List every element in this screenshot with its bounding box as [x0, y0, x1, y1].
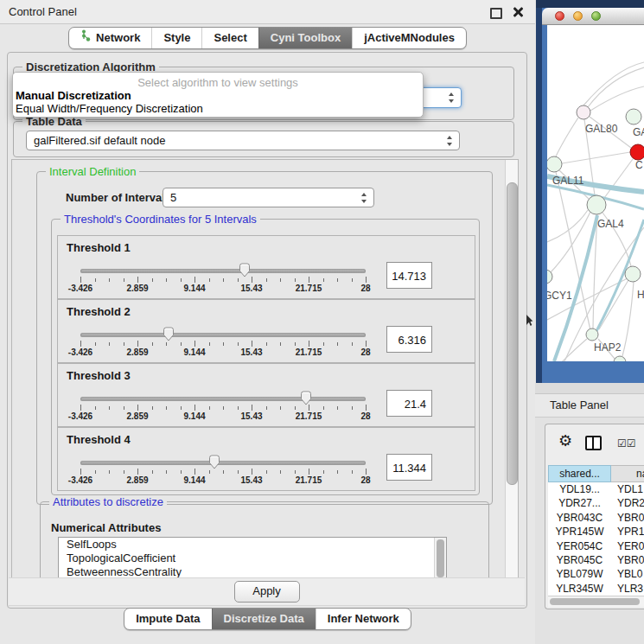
threshold-value-field[interactable]: 14.713 — [386, 262, 432, 289]
slider-tick — [152, 470, 153, 474]
threshold-panel: Threshold 3-3.4262.8599.14415.4321.71528… — [57, 363, 475, 427]
slider-track[interactable] — [80, 333, 366, 337]
dropdown-option-manual-discretization[interactable]: Manual Discretization — [16, 89, 131, 102]
slider-tick — [295, 406, 296, 410]
network-node[interactable] — [586, 328, 598, 341]
slider-track[interactable] — [80, 397, 366, 401]
slider-tick — [80, 277, 81, 283]
tab-style[interactable]: Style — [151, 28, 201, 48]
tab-jactivemnodules[interactable]: jActiveMNodules — [352, 28, 466, 48]
intervals-count-select[interactable]: 5 — [163, 188, 374, 207]
slider-tick-label: 28 — [360, 411, 370, 421]
tab-impute-data[interactable]: Impute Data — [124, 609, 211, 629]
tab-label: jActiveMNodules — [364, 28, 455, 48]
select-columns-icon[interactable]: ☑☑ — [617, 437, 636, 450]
slider-tick — [223, 406, 224, 410]
control-panel-window: Control Panel NetworkStyleSelectCyni Too… — [0, 0, 536, 644]
algorithm-dropdown-popup: Select algorithm to view settings Manual… — [12, 72, 424, 118]
slider-thumb[interactable] — [208, 455, 220, 469]
zoom-traffic-light-icon[interactable] — [591, 11, 601, 21]
scrollbar-thumb[interactable] — [507, 182, 518, 485]
horizontal-scrollbar-track[interactable] — [548, 596, 644, 607]
slider-thumb[interactable] — [163, 327, 175, 341]
slider-tick — [352, 278, 353, 282]
network-node[interactable] — [577, 105, 590, 119]
network-node[interactable] — [625, 266, 641, 282]
table-row[interactable]: YER054CYER0 — [548, 539, 644, 553]
tab-infer-network[interactable]: Infer Network — [316, 609, 411, 629]
slider-tick-label: 9.144 — [183, 475, 205, 485]
table-row[interactable]: YDL19...YDL1 — [548, 482, 644, 496]
slider-tick — [366, 469, 367, 475]
column-header-shared-name[interactable]: shared... — [548, 465, 611, 482]
threshold-value-field[interactable]: 21.4 — [386, 390, 432, 417]
list-scrollbar-track[interactable] — [434, 538, 446, 579]
slider-thumb[interactable] — [239, 263, 251, 277]
table-row[interactable]: YLR345WYLR3 — [548, 582, 644, 596]
network-canvas[interactable]: GAL80GACGAL11GAL4HGCY1HAP2 — [547, 24, 644, 361]
tab-label: Cyni Toolbox — [271, 28, 341, 48]
slider-tick-label: 21.715 — [296, 284, 322, 293]
table-row[interactable]: YDR27...YDR2 — [548, 496, 644, 510]
cell-name: YDL1 — [611, 482, 644, 496]
network-edge — [622, 282, 634, 356]
slider-tick — [194, 405, 195, 411]
minimize-traffic-light-icon[interactable] — [573, 11, 583, 21]
network-node[interactable] — [547, 156, 562, 172]
apply-button[interactable]: Apply — [234, 581, 300, 603]
tab-cyni-toolbox[interactable]: Cyni Toolbox — [258, 28, 352, 48]
attribute-list-item[interactable]: SelfLoops — [59, 538, 446, 552]
network-node[interactable] — [626, 109, 641, 124]
threshold-label: Threshold 3 — [67, 369, 131, 382]
window-frame-edge — [536, 0, 542, 383]
split-columns-icon[interactable] — [585, 436, 602, 450]
tab-select[interactable]: Select — [201, 28, 258, 48]
network-node[interactable] — [587, 195, 606, 214]
table-row[interactable]: YBL079WYBL0 — [548, 567, 644, 581]
slider-tick — [209, 470, 210, 474]
control-panel-titlebar: Control Panel — [0, 0, 535, 24]
slider-tick — [252, 469, 252, 475]
cell-name: YLR3 — [611, 582, 644, 596]
numerical-attributes-list[interactable]: SelfLoopsTopologicalCoefficientBetweenne… — [58, 537, 447, 579]
table-data-select[interactable]: galFiltered.sif default node — [26, 131, 460, 150]
column-header-name[interactable]: na — [611, 465, 644, 482]
spinner-arrows-icon — [449, 92, 455, 103]
threshold-label: Threshold 1 — [67, 241, 131, 254]
slider-tick — [95, 342, 96, 346]
network-node[interactable] — [614, 356, 626, 361]
window-frame-top — [536, 0, 644, 8]
slider-tick — [181, 342, 182, 346]
slider-tick-label: 28 — [360, 284, 370, 293]
float-window-icon[interactable] — [490, 8, 502, 19]
slider-track[interactable] — [80, 269, 366, 273]
network-node[interactable] — [630, 144, 644, 160]
tab-discretize-data[interactable]: Discretize Data — [212, 609, 316, 629]
panel-divider[interactable] — [535, 383, 644, 393]
table-row[interactable]: YBR045CYBR0 — [548, 553, 644, 567]
slider-tick — [323, 470, 324, 474]
threshold-value-field[interactable]: 11.344 — [386, 454, 432, 481]
threshold-value-field[interactable]: 6.316 — [386, 326, 432, 353]
slider-tick — [209, 278, 210, 282]
slider-track[interactable] — [80, 461, 366, 465]
attributes-group: Attributes to discretize Numerical Attri… — [40, 501, 489, 579]
close-icon[interactable] — [513, 7, 523, 17]
table-row[interactable]: YPR145WYPR1 — [548, 525, 644, 539]
attribute-list-item[interactable]: TopologicalCoefficient — [59, 552, 446, 565]
dropdown-option-equal-width-frequency[interactable]: Equal Width/Frequency Discretization — [16, 102, 203, 115]
slider-tick — [209, 342, 210, 346]
slider-thumb[interactable] — [300, 391, 312, 405]
cyni-mode-tabbar: Impute DataDiscretize DataInfer Network — [124, 608, 411, 630]
slider-tick — [252, 405, 252, 411]
slider-tick — [223, 470, 224, 474]
slider-tick — [280, 470, 281, 474]
table-row[interactable]: YBR043CYBR0 — [548, 511, 644, 525]
dropdown-placeholder: Select algorithm to view settings — [13, 76, 423, 89]
cell-name: YBL0 — [611, 567, 644, 581]
close-traffic-light-icon[interactable] — [555, 11, 564, 21]
tab-network[interactable]: Network — [69, 28, 151, 48]
horizontal-scrollbar-thumb[interactable] — [550, 598, 640, 605]
list-scrollbar-thumb[interactable] — [437, 539, 444, 577]
gear-icon[interactable]: ⚙ — [558, 432, 572, 450]
